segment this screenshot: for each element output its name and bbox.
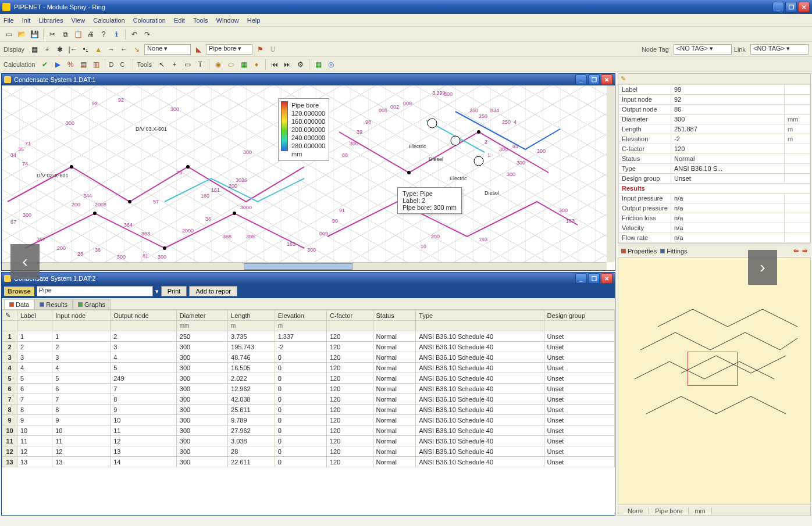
menu-view[interactable]: View (72, 17, 86, 24)
table-row[interactable]: 999103009.7890120NormalANSI B36.10 Sched… (2, 415, 615, 425)
menu-file[interactable]: File (3, 17, 14, 24)
check-icon[interactable]: ✔ (40, 59, 50, 70)
help-icon[interactable]: ? (98, 29, 109, 40)
asterisk-icon[interactable]: ✱ (55, 44, 65, 55)
props-table[interactable]: Label99Input node92Output node86Diameter… (618, 84, 810, 243)
text-icon[interactable]: T (195, 59, 205, 70)
menu-edit[interactable]: Edit (174, 17, 185, 24)
table-row[interactable]: 777830042.0380120NormalANSI B36.10 Sched… (2, 394, 615, 405)
col-type[interactable]: Type (416, 310, 544, 321)
mdi2-minimize[interactable]: _ (575, 273, 587, 284)
tab-data[interactable]: Data (4, 299, 34, 309)
arrow-right-icon[interactable]: → (106, 44, 116, 55)
img-icon[interactable]: ▦ (313, 59, 323, 70)
col-output[interactable]: Output node (111, 310, 177, 321)
col-len[interactable]: Length (228, 310, 275, 321)
tab-results[interactable]: Results (34, 299, 73, 309)
redo-icon[interactable]: ↷ (142, 29, 152, 40)
col-elev[interactable]: Elevation (275, 310, 326, 321)
schematic-canvas[interactable]: 92 92 300 D/V 03.X-601 D/V 02-X-601 Elec… (2, 85, 615, 270)
percent-icon[interactable]: % (65, 59, 76, 70)
u-icon[interactable]: U (268, 44, 278, 55)
rect-icon[interactable]: ▭ (182, 59, 193, 70)
link1-icon[interactable]: ◉ (213, 59, 223, 70)
col-status[interactable]: Status (373, 310, 416, 321)
props-nav-arrows[interactable]: ⇐⇒ (793, 247, 807, 255)
lbracket-icon[interactable]: |← (67, 44, 78, 55)
col-cfac[interactable]: C-factor (326, 310, 373, 321)
print-button[interactable]: Print (161, 286, 187, 296)
link2-icon[interactable]: ⬭ (226, 59, 236, 70)
adjust-icon[interactable]: ⚙ (295, 59, 305, 70)
table-row[interactable]: 11122503.7351.337120NormalANSI B36.10 Sc… (2, 331, 615, 342)
nodetag-select[interactable]: <NO TAG> ▾ (674, 44, 732, 55)
viewport-rect[interactable] (688, 352, 738, 386)
tab-fittings[interactable]: Fittings (660, 248, 687, 255)
paste-icon[interactable]: 📋 (73, 29, 83, 40)
menu-tools[interactable]: Tools (193, 17, 208, 24)
menu-init[interactable]: Init (22, 17, 31, 24)
table-row[interactable]: 111111123003.0380120NormalANSI B36.10 Sc… (2, 436, 615, 446)
undo-icon[interactable]: ↶ (129, 29, 140, 40)
report1-icon[interactable]: ▤ (78, 59, 88, 70)
col-input[interactable]: Input node (52, 310, 111, 321)
link3-icon[interactable]: ▦ (238, 59, 249, 70)
hscroll-thumb[interactable] (244, 263, 352, 270)
skip-start-icon[interactable]: ⏮ (269, 59, 280, 70)
copy-icon[interactable]: ⧉ (60, 29, 70, 40)
minimize-button[interactable]: _ (772, 2, 784, 12)
info-icon[interactable]: ℹ (111, 29, 122, 40)
maximize-button[interactable]: ❐ (785, 2, 797, 12)
display-select-none[interactable]: None ▾ (144, 44, 191, 55)
col-label[interactable]: Label (17, 310, 52, 321)
print-icon[interactable]: 🖨 (86, 29, 96, 40)
skip-end-icon[interactable]: ⏭ (282, 59, 293, 70)
canvas-vscroll[interactable] (607, 85, 615, 262)
link4-icon[interactable]: ♦ (251, 59, 262, 70)
browse-select[interactable]: Pipe (37, 286, 153, 296)
mdi1-maximize[interactable]: ❐ (588, 74, 600, 85)
menu-help[interactable]: Help (247, 17, 261, 24)
add-icon[interactable]: + (169, 59, 180, 70)
table-row[interactable]: 444530016.5050120NormalANSI B36.10 Sched… (2, 363, 615, 373)
col-dg[interactable]: Design group (544, 310, 614, 321)
plus-icon[interactable]: + (42, 44, 52, 55)
mdi2-maximize[interactable]: ❐ (588, 273, 600, 284)
play-icon[interactable]: ▶ (52, 59, 63, 70)
mdi1-close[interactable]: ✕ (601, 74, 612, 85)
close-button[interactable]: ✕ (798, 2, 810, 12)
node1-icon[interactable]: •₁ (80, 44, 91, 55)
tab-graphs[interactable]: Graphs (73, 299, 111, 309)
flag-icon[interactable]: ⚑ (255, 44, 265, 55)
pointer-icon[interactable]: ↖ (156, 59, 167, 70)
table-row[interactable]: 1010101130027.9620120NormalANSI B36.10 S… (2, 425, 615, 436)
tab-properties[interactable]: Properties (621, 248, 657, 255)
link-select[interactable]: <NO TAG> ▾ (750, 44, 809, 55)
arrow-down-icon[interactable]: ↘ (131, 44, 142, 55)
canvas-hscroll[interactable] (2, 262, 607, 270)
table-row[interactable]: 666730012.9620120NormalANSI B36.10 Sched… (2, 384, 615, 394)
menu-window[interactable]: Window (216, 17, 239, 24)
grid-icon[interactable]: ▦ (29, 44, 40, 55)
mdi2-titlebar[interactable]: Condensate System 1.DAT:2 _ ❐ ✕ (2, 273, 615, 284)
props-pencil-icon[interactable]: ✎ (621, 75, 626, 83)
data-grid[interactable]: ✎ Label Input node Output node Diameter … (2, 310, 615, 515)
menu-colouration[interactable]: Colouration (133, 17, 166, 24)
cut-icon[interactable]: ✂ (47, 29, 58, 40)
table-row[interactable]: 2223300195.743-2120NormalANSI B36.10 Sch… (2, 342, 615, 352)
menu-calculation[interactable]: Calculation (93, 17, 124, 24)
report2-icon[interactable]: ▥ (91, 59, 101, 70)
display-select-pipebore[interactable]: Pipe bore ▾ (206, 44, 252, 55)
add-to-report-button[interactable]: Add to repor (189, 286, 237, 296)
table-row[interactable]: 1313131430022.6110120NormalANSI B36.10 S… (2, 457, 615, 467)
table-row[interactable]: 888930025.6110120NormalANSI B36.10 Sched… (2, 405, 615, 415)
new-icon[interactable]: ▭ (3, 29, 14, 40)
carousel-prev-button[interactable]: ‹ (10, 244, 40, 279)
palette-icon[interactable]: ◣ (193, 44, 204, 55)
table-row[interactable]: 5552493002.0220120NormalANSI B36.10 Sche… (2, 373, 615, 384)
menu-libraries[interactable]: Libraries (38, 17, 63, 24)
overview-map[interactable] (618, 257, 811, 505)
mdi1-titlebar[interactable]: Condensate System 1.DAT:1 _ ❐ ✕ (2, 74, 615, 85)
col-dia[interactable]: Diameter (176, 310, 227, 321)
table-row[interactable]: 333430048.7460120NormalANSI B36.10 Sched… (2, 352, 615, 363)
